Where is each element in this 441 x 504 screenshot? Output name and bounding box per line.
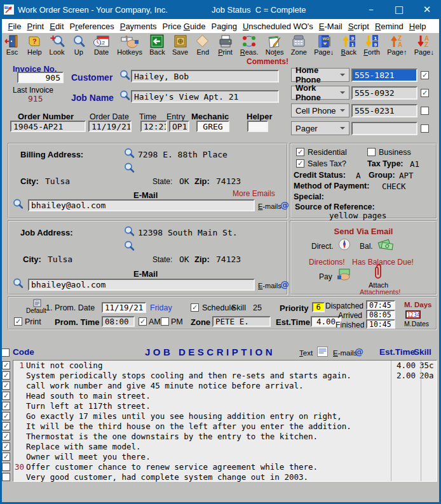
minimize-button[interactable]: – (357, 0, 385, 19)
phone-type-dropdown[interactable]: Work Phone (291, 86, 349, 100)
customer-search-icon[interactable] (119, 70, 130, 83)
arrived-field[interactable]: 08:05 (366, 310, 395, 319)
billing-address-search-icon[interactable] (124, 148, 135, 161)
row-select-checkbox[interactable] (2, 422, 10, 430)
job-name-field[interactable]: Hailey's View Apt. 21 (131, 90, 279, 103)
menu-item[interactable]: Remind (372, 22, 406, 31)
phone-checkbox[interactable] (421, 89, 429, 97)
row-select-checkbox[interactable] (2, 392, 10, 400)
toolbar-look-button[interactable]: Look (50, 34, 65, 62)
row-select-checkbox[interactable] (2, 412, 10, 420)
job-email-at-icon[interactable]: @ (280, 279, 289, 289)
close-button[interactable]: ✕ (413, 0, 441, 19)
job-state-value[interactable]: OK (179, 255, 189, 264)
row-select-checkbox[interactable] (2, 381, 10, 390)
description-email-at-icon[interactable]: @ (355, 347, 363, 357)
order-number-field[interactable]: 19045-AP21 (10, 121, 86, 132)
schedule-checkbox[interactable] (191, 303, 199, 312)
tax-type-value[interactable]: A1 (410, 159, 419, 169)
menu-item[interactable]: E-Mail (316, 22, 345, 31)
line-text[interactable]: Unit not cooling (26, 361, 388, 371)
line-text[interactable]: Turn left at 117th street. (26, 401, 388, 411)
toolbar-zone-button[interactable]: Zone (291, 34, 307, 62)
text-mode-icon[interactable] (317, 347, 328, 359)
phone-checkbox[interactable] (421, 124, 429, 133)
job-description-list[interactable]: 1 Unit not cooling 4.00 35c System perio… (13, 360, 437, 482)
description-emails-link[interactable]: E-mails (333, 349, 357, 357)
group-value[interactable]: APT (399, 171, 414, 180)
pay-money-hand-icon[interactable] (336, 267, 353, 284)
row-select-checkbox[interactable] (2, 463, 10, 471)
zone-field[interactable]: PETE E. (212, 316, 271, 327)
toolbar-hotkeys-button[interactable]: Hotkeys (117, 34, 142, 62)
row-select-checkbox[interactable] (2, 442, 10, 451)
credit-status-value[interactable]: A (356, 171, 361, 180)
line-text[interactable]: Head south to main street. (26, 391, 388, 401)
billing-zip-value[interactable]: 74123 (216, 176, 241, 186)
toolbar-forth-page-button[interactable]: 19Forth (363, 34, 380, 62)
directions-link[interactable]: Directions! (309, 258, 345, 267)
menu-item[interactable]: Unscheduled WO's (240, 22, 316, 31)
m-days-link[interactable]: M. Days (404, 301, 431, 308)
toolbar-back-button[interactable]: Back (149, 34, 165, 62)
pm-checkbox[interactable] (161, 317, 169, 326)
toolbar-page-down-az-button[interactable]: AZPage↓ (414, 34, 434, 62)
compass-icon[interactable] (338, 238, 351, 253)
helper-field[interactable] (247, 121, 268, 132)
job-description-row[interactable]: 30 Offer customer chance to renew servic… (13, 462, 437, 472)
job-description-row[interactable]: System periodically stops cooling and th… (13, 371, 437, 381)
job-description-row[interactable]: Turn left at 117th street. (13, 401, 437, 411)
menu-item[interactable]: File (5, 22, 24, 31)
row-select-checkbox[interactable] (2, 432, 10, 441)
line-text[interactable]: Replace with same model. (26, 442, 388, 452)
select-all-checkbox[interactable] (1, 348, 10, 357)
am-checkbox[interactable] (139, 317, 147, 326)
m-dates-link[interactable]: M.Dates (404, 320, 429, 328)
line-text[interactable]: Owner will meet you there. (26, 452, 388, 462)
default-label[interactable]: Default (26, 307, 46, 314)
job-city-value[interactable]: Tulsa (48, 255, 72, 264)
line-text[interactable]: call work number and give 45 minute noti… (26, 381, 388, 391)
job-description-row[interactable]: 1 Unit not cooling 4.00 35c (13, 361, 437, 371)
toolbar-esc-button[interactable]: Esc (4, 34, 20, 62)
line-text[interactable]: System periodically stops cooling and th… (26, 371, 388, 381)
job-address-search-icon[interactable] (124, 226, 135, 239)
billing-state-value[interactable]: OK (179, 176, 189, 186)
phone-number-field[interactable] (351, 122, 417, 135)
dispatched-field[interactable]: 07:45 (366, 300, 395, 310)
toolbar-help-button[interactable]: ?Help (27, 34, 42, 62)
line-text[interactable]: Go exactly 17 miles until you see housin… (26, 411, 388, 421)
job-description-row[interactable]: Head south to main street. (13, 391, 437, 401)
comments-alert[interactable]: Comments! (247, 57, 288, 66)
menu-item[interactable]: Preferences (67, 22, 117, 31)
priority-field[interactable]: 6 (312, 302, 325, 312)
phone-checkbox[interactable] (421, 71, 429, 79)
job-emails-link[interactable]: E-mails (258, 282, 282, 289)
customer-field[interactable]: Hailey, Bob (131, 70, 279, 83)
print-checkbox[interactable] (14, 317, 22, 326)
billing-emails-link[interactable]: E-mails (258, 202, 282, 210)
job-zip-value[interactable]: 74123 (216, 255, 241, 264)
invoice-no-field[interactable]: 905 (17, 72, 64, 83)
row-select-checkbox[interactable] (2, 402, 10, 410)
menu-item[interactable]: Script (345, 22, 372, 31)
toolbar-page-up-za-button[interactable]: ZAPage↑ (387, 34, 407, 62)
row-select-checkbox[interactable] (2, 361, 10, 369)
menu-item[interactable]: Help (406, 22, 429, 31)
source-of-reference-value[interactable]: yellow pages (329, 211, 386, 220)
phone-number-field[interactable]: 555-0231 (351, 104, 417, 117)
job-description-row[interactable]: call work number and give 45 minute noti… (13, 381, 437, 391)
job-email-search-icon[interactable] (13, 278, 24, 291)
more-emails-link[interactable]: More Emails (233, 189, 275, 198)
prom-time-field[interactable]: 08:00 (102, 316, 135, 327)
row-select-checkbox[interactable] (2, 473, 10, 481)
billing-address2-search-icon[interactable] (124, 162, 135, 176)
toolbar-page-down-wo-button[interactable]: WOPage↓ (314, 34, 334, 62)
maximize-button[interactable]: □ (385, 0, 413, 19)
menu-item[interactable]: Edit (47, 22, 67, 31)
menu-item[interactable]: Paging (208, 22, 240, 31)
toolbar-print-button[interactable]: Print (218, 34, 233, 62)
billing-email-at-icon[interactable]: @ (280, 200, 289, 210)
billing-city-value[interactable]: Tulsa (45, 176, 70, 186)
finished-field[interactable]: 10:45 (366, 319, 395, 329)
